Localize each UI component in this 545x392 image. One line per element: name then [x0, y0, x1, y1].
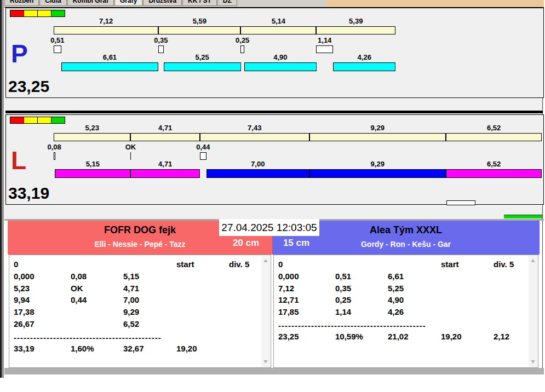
- table-row: 26,676,52: [14, 319, 257, 331]
- tab-dz[interactable]: DZ: [217, 0, 237, 6]
- table-scrollbar[interactable]: [261, 256, 270, 367]
- dog-run-bar: [446, 169, 542, 178]
- table-cell: 4,26: [388, 307, 404, 316]
- dog-run-bar: [164, 62, 241, 71]
- legend-light-square: [37, 117, 51, 124]
- dog-run-time-label: 6,52: [487, 160, 501, 168]
- table-cell: 7,00: [123, 295, 139, 304]
- table-row: 9,940,447,00: [14, 295, 257, 307]
- dog-run-time-label: 5,15: [86, 160, 100, 168]
- crossing-time-label: 1,14: [318, 36, 331, 44]
- table-cell: 33,19: [14, 344, 35, 353]
- dog-run-bar: [61, 62, 159, 71]
- crossing-time-label: 0,44: [196, 143, 210, 151]
- dog-run-time-label: 4,26: [358, 53, 371, 61]
- table-cell: 0,25: [335, 295, 351, 304]
- split-bar-segment: [54, 133, 130, 141]
- splitter-handle[interactable]: [446, 200, 475, 205]
- table-cell: 0,000: [14, 272, 35, 281]
- table-cell: 4,71: [123, 284, 139, 293]
- table-cell: start: [176, 260, 194, 269]
- jump-height-right: 15 cm: [273, 238, 319, 251]
- dog-run-time-label: 4,71: [158, 160, 172, 168]
- dog-run-time-label: 5,25: [195, 53, 209, 61]
- legend-light-square: [24, 117, 38, 124]
- split-time-label: 5,59: [193, 17, 206, 25]
- table-cell: 6,61: [388, 272, 404, 281]
- crossing-gap-box: [200, 152, 206, 160]
- table-separator: ----------------------------------------…: [278, 321, 438, 330]
- tab-dru-stva[interactable]: Družstva: [143, 0, 182, 6]
- crossing-gap-box: [54, 45, 61, 53]
- split-bar-segment: [130, 133, 199, 141]
- split-bar-segment: [446, 133, 542, 141]
- crossing-gap-box: [240, 45, 244, 53]
- table-separator: ----------------------------------------…: [14, 333, 174, 342]
- dog-run-bar: [206, 169, 309, 178]
- split-bar-segment: [316, 26, 395, 34]
- panel-divider: [5, 111, 543, 113]
- tab-kombi-graf[interactable]: Kombi Graf: [67, 0, 114, 6]
- table-cell: div. 5: [229, 260, 249, 269]
- table-cell: 9,29: [123, 307, 139, 316]
- table-cell: 0: [14, 260, 18, 269]
- legend-light-square: [24, 10, 38, 17]
- table-cell: 0,35: [335, 284, 351, 293]
- split-time-label: 6,52: [487, 124, 501, 132]
- table-cell: 10,59%: [335, 332, 363, 341]
- app-window: RozbehČidlaKombi GrafGrafyDružstvaKK / S…: [0, 0, 545, 392]
- scroll-down-arrow-icon[interactable]: [531, 360, 535, 364]
- table-row: 0,0000,516,61: [278, 272, 525, 284]
- split-bar-segment: [240, 26, 316, 34]
- split-time-label: 9,29: [371, 124, 385, 132]
- table-cell: 1,60%: [71, 344, 94, 353]
- table-cell: 5,15: [123, 272, 139, 281]
- graph-panel-left-lane: L33,195,234,717,439,296,520,08OK0,445,15…: [5, 114, 544, 205]
- table-cell: 5,23: [14, 284, 30, 293]
- split-time-label: 4,71: [158, 124, 172, 132]
- scroll-up-arrow-icon[interactable]: [531, 259, 535, 262]
- tab-grafy[interactable]: Grafy: [114, 0, 142, 6]
- legend-light-square: [51, 117, 65, 124]
- split-bar-segment: [200, 133, 309, 141]
- lane-total-time: 33,19: [8, 184, 49, 203]
- split-time-label: 5,39: [349, 17, 363, 25]
- lane-letter: L: [11, 148, 26, 173]
- scroll-down-arrow-icon[interactable]: [263, 360, 268, 364]
- tab-rozbeh[interactable]: Rozbeh: [4, 0, 39, 6]
- crossing-time-label: 0,35: [154, 36, 168, 44]
- tab-row: RozbehČidlaKombi GrafGrafyDružstvaKK / S…: [4, 0, 238, 6]
- graph-panel-right-lane: P23,257,125,595,145,390,510,350,251,146,…: [5, 8, 544, 98]
- dog-run-time-label: 7,00: [251, 160, 265, 168]
- table-cell: div. 5: [494, 260, 514, 269]
- table-cell: 9,94: [14, 295, 30, 304]
- bottom-gray-strip: [4, 368, 544, 374]
- crossing-gap-box: [158, 45, 163, 53]
- dog-run-bar: [309, 169, 446, 178]
- table-cell: 5,25: [388, 284, 404, 293]
- tab--idla[interactable]: Čidla: [39, 0, 66, 6]
- table-cell: 26,67: [14, 319, 35, 328]
- scroll-up-arrow-icon[interactable]: [263, 259, 268, 262]
- table-cell: 4,90: [388, 295, 404, 304]
- split-bar-segment: [158, 26, 240, 34]
- legend-light-square: [37, 10, 51, 17]
- tab-bar: RozbehČidlaKombi GrafGrafyDružstvaKK / S…: [4, 0, 326, 7]
- table-cell: 0: [278, 260, 283, 269]
- table-cell: 6,52: [123, 319, 139, 328]
- crossing-gap-box: [316, 45, 333, 53]
- table-cell: 17,38: [14, 307, 35, 316]
- dog-run-bar: [333, 62, 395, 71]
- team-results-table: 0startdiv. 50,0000,085,155,23OK4,719,940…: [9, 255, 271, 368]
- jump-height-left: 20 cm: [226, 238, 266, 251]
- table-cell: 0,08: [71, 272, 87, 281]
- crossing-ok-tick: [130, 152, 131, 160]
- table-row: 7,120,355,25: [278, 284, 525, 296]
- table-cell: 0,000: [278, 272, 299, 281]
- split-bar-segment: [309, 133, 446, 141]
- tab-kk-st[interactable]: KK / ST: [182, 0, 217, 6]
- table-cell: 21,02: [388, 332, 409, 341]
- table-scrollbar[interactable]: [529, 256, 537, 367]
- table-row: 17,851,144,26: [278, 307, 525, 319]
- table-cell: 23,25: [278, 332, 299, 341]
